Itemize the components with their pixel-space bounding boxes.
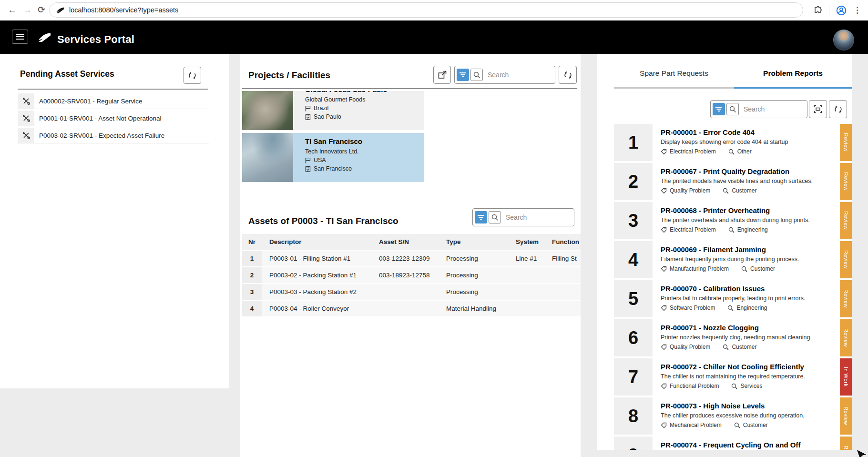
facility-city: San Francisco: [314, 165, 352, 172]
origin-icon: [727, 305, 734, 311]
service-item-label: P0003-02-SRV001 - Expected Asset Failure: [34, 128, 164, 143]
extensions-puzzle-icon[interactable]: [814, 6, 822, 15]
report-body: PR-000071 - Nozzle CloggingPrinter nozzl…: [653, 319, 840, 356]
service-item-label: A000002-SRV001 - Regular Service: [34, 93, 143, 109]
assets-search-button[interactable]: [489, 211, 501, 223]
report-problem-type: Software Problem: [661, 305, 715, 311]
report-title: PR-000072 - Chiller Not Cooling Efficien…: [661, 363, 840, 371]
facility-list: Global Foods Sao PauloGlobal Gourmet Foo…: [242, 91, 424, 185]
report-description: Filament frequently jams during the prin…: [661, 256, 840, 263]
problem-report-item[interactable]: 4PR-000069 - Filament JammingFilament fr…: [614, 241, 852, 278]
problem-type-label: Mechanical Problem: [670, 422, 722, 428]
asset-table-row[interactable]: 4P0003-04 - Roller ConveyorMaterial Hand…: [242, 301, 581, 317]
projects-refresh-button[interactable]: [559, 66, 577, 84]
reports-search-input[interactable]: [743, 105, 805, 113]
report-origin: Services: [731, 383, 762, 389]
problem-report-item[interactable]: 5PR-000070 - Calibration IssuesPrinters …: [614, 280, 852, 317]
report-origin: Engineering: [728, 226, 768, 233]
browser-profile-icon[interactable]: [836, 5, 847, 16]
problem-report-item[interactable]: 3PR-000068 - Printer OverheatingThe prin…: [614, 202, 852, 239]
problem-type-tag-icon: [661, 383, 667, 389]
user-avatar[interactable]: [833, 30, 854, 51]
origin-label: Engineering: [737, 226, 768, 233]
projects-search-button[interactable]: [470, 69, 483, 81]
facility-company: Tech Innovators Ltd.: [305, 148, 362, 155]
filter-icon: [460, 72, 466, 78]
reports-filter-button[interactable]: [713, 103, 725, 115]
country-flag-icon: [305, 157, 311, 163]
assets-search-group: [472, 208, 574, 226]
pending-services-panel: Pending Asset Services A000002-SRV001 - …: [0, 54, 229, 388]
browser-back-button[interactable]: ←: [8, 4, 17, 16]
pending-service-item[interactable]: A000002-SRV001 - Regular Service: [18, 93, 209, 109]
problem-report-item[interactable]: 9PR-000074 - Frequent Cycling On and Off…: [614, 437, 852, 450]
origin-icon: [723, 188, 729, 194]
search-icon: [473, 71, 480, 79]
tab-spare-part-requests[interactable]: Spare Part Requests: [614, 69, 734, 78]
report-number: 9: [614, 437, 653, 450]
app-title: Services Portal: [57, 33, 134, 46]
report-description: Display keeps showing error code 404 at …: [661, 139, 840, 145]
report-status-badge: Review: [840, 163, 852, 200]
tab-underline-inactive: [614, 87, 734, 89]
problem-report-item[interactable]: 8PR-000073 - High Noise LevelsThe chille…: [614, 397, 852, 435]
report-number: 3: [614, 202, 653, 239]
service-item-label: P0001-01-SRV001 - Asset Not Operational: [34, 111, 161, 126]
browser-refresh-button[interactable]: ⟳: [38, 4, 45, 16]
report-status-badge: In Work: [840, 358, 852, 396]
assets-title: Assets of P0003 - TI San Francisco: [248, 216, 398, 226]
pending-services-refresh-button[interactable]: [184, 67, 201, 84]
projects-filter-button[interactable]: [457, 69, 469, 81]
report-status-badge: Review: [840, 397, 852, 435]
browser-menu-icon[interactable]: ⋮: [853, 5, 861, 15]
asset-table-row[interactable]: 2P0003-02 - Packing Station #1003-18923-…: [242, 267, 581, 284]
assets-search-input[interactable]: [505, 213, 572, 222]
menu-hamburger-button[interactable]: [12, 30, 28, 44]
projects-panel: Projects / Facilities Global Foods Sao P…: [240, 54, 581, 457]
origin-icon: [734, 422, 740, 428]
tab-problem-reports[interactable]: Problem Reports: [734, 69, 852, 78]
asset-cell: [508, 267, 544, 283]
report-body: PR-000069 - Filament JammingFilament fre…: [653, 241, 840, 278]
problem-report-item[interactable]: 2PR-000067 - Print Quality DegradationTh…: [614, 163, 852, 200]
reports-refresh-button[interactable]: [829, 100, 847, 118]
facility-image: [242, 133, 293, 182]
asset-cell: [544, 267, 581, 283]
asset-table-row[interactable]: 1P0003-01 - Filling Station #1003-12223-…: [242, 251, 581, 267]
facility-card[interactable]: TI San FranciscoTech Innovators Ltd.USAS…: [242, 133, 424, 182]
origin-label: Customer: [732, 187, 756, 194]
site-favicon-icon: [56, 7, 64, 14]
report-description: The chiller is not maintaining the requi…: [661, 373, 840, 380]
report-problem-type: Electrical Problem: [661, 148, 716, 155]
filter-icon: [715, 106, 722, 112]
reports-search-button[interactable]: [726, 103, 739, 115]
browser-address-bar[interactable]: localhost:8080/service?type=assets: [49, 2, 803, 18]
problem-report-item[interactable]: 7PR-000072 - Chiller Not Cooling Efficie…: [614, 358, 852, 396]
asset-table-row[interactable]: 3P0003-03 - Packing Station #2Processing: [242, 284, 581, 301]
reports-expand-button[interactable]: [809, 100, 827, 118]
problem-report-item[interactable]: 1PR-000001 - Error Code 404Display keeps…: [614, 124, 852, 161]
assets-filter-button[interactable]: [475, 211, 487, 223]
problem-type-tag-icon: [661, 227, 667, 233]
facility-country: Brazil: [314, 105, 328, 112]
search-icon: [491, 214, 499, 221]
problem-report-item[interactable]: 6PR-000071 - Nozzle CloggingPrinter nozz…: [614, 319, 852, 356]
refresh-icon: [563, 71, 572, 80]
report-origin: Customer: [723, 344, 756, 350]
facility-city-row: San Francisco: [305, 165, 362, 172]
origin-label: Customer: [743, 422, 768, 428]
browser-forward-button[interactable]: →: [23, 4, 32, 16]
status-label: Review: [843, 446, 849, 450]
asset-cell: [508, 301, 544, 316]
projects-search-input[interactable]: [487, 71, 553, 79]
problem-type-tag-icon: [661, 305, 667, 311]
pending-service-item[interactable]: P0003-02-SRV001 - Expected Asset Failure: [18, 128, 209, 143]
refresh-icon: [188, 71, 197, 80]
problem-type-label: Manufacturing Problem: [670, 265, 729, 272]
open-external-button[interactable]: [433, 66, 451, 84]
problem-type-tag-icon: [661, 266, 667, 272]
origin-icon: [731, 383, 737, 389]
pending-service-item[interactable]: P0001-01-SRV001 - Asset Not Operational: [18, 111, 209, 126]
report-problem-type: Manufacturing Problem: [661, 265, 729, 272]
facility-card[interactable]: Global Foods Sao PauloGlobal Gourmet Foo…: [242, 91, 424, 130]
